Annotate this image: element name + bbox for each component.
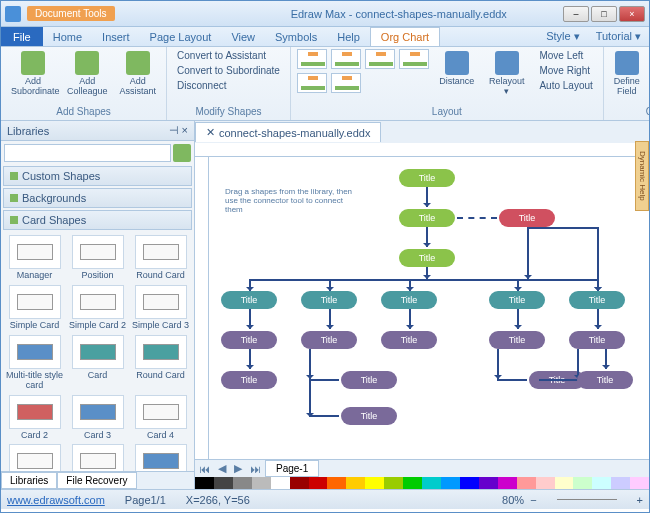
- color-swatch[interactable]: [271, 477, 290, 489]
- color-swatch[interactable]: [479, 477, 498, 489]
- cat-backgrounds[interactable]: Backgrounds: [3, 188, 192, 208]
- library-search-go[interactable]: [173, 144, 191, 162]
- shape-card-3[interactable]: Card 3: [68, 395, 127, 441]
- tab-page-layout[interactable]: Page Layout: [140, 28, 222, 46]
- cat-card-shapes[interactable]: Card Shapes: [3, 210, 192, 230]
- shape-simple-card-2[interactable]: Simple Card 2: [68, 285, 127, 331]
- color-swatch[interactable]: [460, 477, 479, 489]
- canvas[interactable]: Drag a shapes from the library, then use…: [209, 157, 649, 459]
- color-swatch[interactable]: [252, 477, 271, 489]
- page-prev[interactable]: ◀: [214, 462, 230, 475]
- disconnect-button[interactable]: Disconnect: [173, 79, 230, 92]
- add-subordinate-button[interactable]: Add Subordinate: [7, 49, 59, 99]
- org-node[interactable]: Title: [221, 371, 277, 389]
- color-swatch[interactable]: [498, 477, 517, 489]
- tab-symbols[interactable]: Symbols: [265, 28, 327, 46]
- library-search[interactable]: [4, 144, 171, 162]
- document-tab[interactable]: ✕connect-shapes-manually.eddx: [195, 122, 381, 142]
- bottom-tab-libraries[interactable]: Libraries: [1, 472, 57, 489]
- bottom-tab-recovery[interactable]: File Recovery: [57, 472, 136, 489]
- shape-card-6[interactable]: Card 6: [68, 444, 127, 471]
- shape-card-5[interactable]: Card 5: [5, 444, 64, 471]
- color-palette[interactable]: [195, 477, 649, 489]
- page-tab-1[interactable]: Page-1: [265, 460, 319, 477]
- tab-home[interactable]: Home: [43, 28, 92, 46]
- page-first[interactable]: ⏮: [195, 463, 214, 475]
- shape-simple-card-3[interactable]: Simple Card 3: [131, 285, 190, 331]
- color-swatch[interactable]: [195, 477, 214, 489]
- org-node[interactable]: Title: [381, 331, 437, 349]
- zoom-in[interactable]: +: [637, 494, 643, 506]
- layout-option-4[interactable]: [399, 49, 429, 69]
- shape-multi-title-style-card[interactable]: Multi-title style card: [5, 335, 64, 391]
- page-next[interactable]: ▶: [230, 462, 246, 475]
- convert-subordinate-button[interactable]: Convert to Subordinate: [173, 64, 284, 77]
- color-swatch[interactable]: [214, 477, 233, 489]
- shape-card[interactable]: Card: [68, 335, 127, 391]
- layout-option-6[interactable]: [331, 73, 361, 93]
- org-node[interactable]: Title: [399, 169, 455, 187]
- tutorial-menu[interactable]: Tutorial ▾: [588, 30, 649, 43]
- org-node[interactable]: Title: [489, 331, 545, 349]
- maximize-button[interactable]: □: [591, 6, 617, 22]
- layout-option-1[interactable]: [297, 49, 327, 69]
- zoom-out[interactable]: −: [530, 494, 536, 506]
- layout-option-2[interactable]: [331, 49, 361, 69]
- org-node[interactable]: Title: [577, 371, 633, 389]
- style-menu[interactable]: Style ▾: [538, 30, 588, 43]
- page-last[interactable]: ⏭: [246, 463, 265, 475]
- org-node[interactable]: Title: [569, 331, 625, 349]
- shape-simple-card[interactable]: Simple Card: [5, 285, 64, 331]
- layout-option-3[interactable]: [365, 49, 395, 69]
- status-url[interactable]: www.edrawsoft.com: [7, 494, 105, 506]
- close-button[interactable]: ×: [619, 6, 645, 22]
- shape-card-4[interactable]: Card 4: [131, 395, 190, 441]
- zoom-slider[interactable]: [557, 499, 617, 500]
- add-colleague-button[interactable]: Add Colleague: [63, 49, 112, 99]
- color-swatch[interactable]: [536, 477, 555, 489]
- color-swatch[interactable]: [441, 477, 460, 489]
- org-node[interactable]: Title: [221, 331, 277, 349]
- add-assistant-button[interactable]: Add Assistant: [116, 49, 161, 99]
- color-swatch[interactable]: [403, 477, 422, 489]
- libraries-pin-icon[interactable]: ⊣ ×: [169, 124, 188, 137]
- dynamic-help-handle[interactable]: Dynamic Help: [635, 141, 649, 211]
- shape-position[interactable]: Position: [68, 235, 127, 281]
- shape-manager[interactable]: Manager: [5, 235, 64, 281]
- color-swatch[interactable]: [346, 477, 365, 489]
- define-field-button[interactable]: Define Field: [610, 49, 644, 99]
- color-swatch[interactable]: [384, 477, 403, 489]
- color-swatch[interactable]: [592, 477, 611, 489]
- org-node[interactable]: Title: [499, 209, 555, 227]
- color-swatch[interactable]: [290, 477, 309, 489]
- color-swatch[interactable]: [611, 477, 630, 489]
- color-swatch[interactable]: [422, 477, 441, 489]
- distance-button[interactable]: Distance: [435, 49, 478, 89]
- cat-custom-shapes[interactable]: Custom Shapes: [3, 166, 192, 186]
- color-swatch[interactable]: [573, 477, 592, 489]
- tab-org-chart[interactable]: Org Chart: [370, 27, 440, 46]
- org-node[interactable]: Title: [341, 371, 397, 389]
- org-node[interactable]: Title: [399, 249, 455, 267]
- color-swatch[interactable]: [327, 477, 346, 489]
- org-node[interactable]: Title: [399, 209, 455, 227]
- org-node[interactable]: Title: [341, 407, 397, 425]
- color-swatch[interactable]: [309, 477, 328, 489]
- shape-card-7[interactable]: Card 7: [131, 444, 190, 471]
- color-swatch[interactable]: [555, 477, 574, 489]
- tab-help[interactable]: Help: [327, 28, 370, 46]
- shape-round-card[interactable]: Round Card: [131, 235, 190, 281]
- shape-round-card[interactable]: Round Card: [131, 335, 190, 391]
- color-swatch[interactable]: [365, 477, 384, 489]
- org-node[interactable]: Title: [301, 331, 357, 349]
- relayout-button[interactable]: Relayout ▾: [482, 49, 531, 99]
- color-swatch[interactable]: [517, 477, 536, 489]
- shape-card-2[interactable]: Card 2: [5, 395, 64, 441]
- file-menu[interactable]: File: [1, 27, 43, 46]
- tab-view[interactable]: View: [221, 28, 265, 46]
- layout-option-5[interactable]: [297, 73, 327, 93]
- move-left-button[interactable]: Move Left: [535, 49, 596, 62]
- minimize-button[interactable]: –: [563, 6, 589, 22]
- convert-assistant-button[interactable]: Convert to Assistant: [173, 49, 270, 62]
- auto-layout-check[interactable]: Auto Layout: [535, 79, 596, 92]
